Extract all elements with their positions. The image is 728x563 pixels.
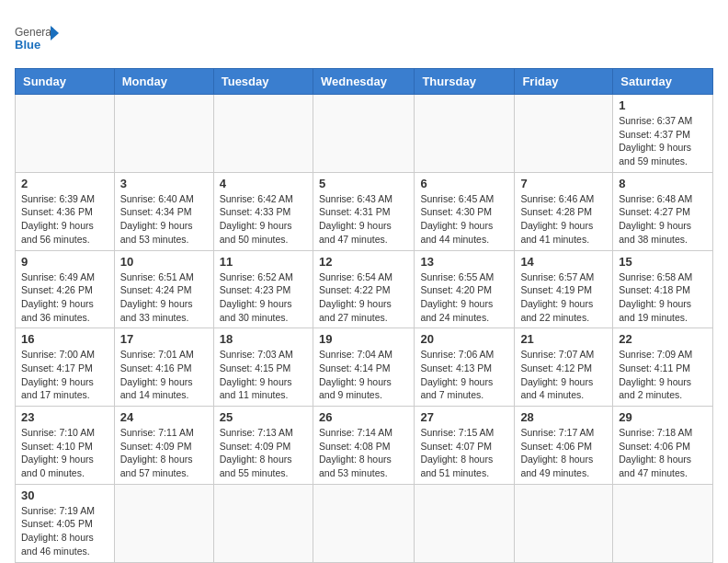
day-info: Sunrise: 7:00 AM Sunset: 4:17 PM Dayligh… (21, 348, 108, 402)
header: General Blue (15, 15, 713, 59)
calendar-day-cell: 19Sunrise: 7:04 AM Sunset: 4:14 PM Dayli… (313, 328, 414, 407)
day-number: 16 (21, 332, 108, 346)
calendar-day-cell (613, 484, 713, 562)
calendar-day-cell: 13Sunrise: 6:55 AM Sunset: 4:20 PM Dayli… (415, 250, 515, 328)
day-info: Sunrise: 7:09 AM Sunset: 4:11 PM Dayligh… (619, 348, 707, 402)
day-number: 12 (319, 255, 408, 269)
day-info: Sunrise: 7:11 AM Sunset: 4:09 PM Dayligh… (120, 426, 208, 480)
calendar-week-row: 30Sunrise: 7:19 AM Sunset: 4:05 PM Dayli… (16, 484, 713, 562)
day-number: 28 (520, 410, 607, 424)
day-info: Sunrise: 7:13 AM Sunset: 4:09 PM Dayligh… (220, 426, 307, 480)
day-number: 15 (619, 255, 707, 269)
day-number: 21 (520, 332, 607, 346)
calendar-week-row: 1Sunrise: 6:37 AM Sunset: 4:37 PM Daylig… (16, 95, 713, 173)
calendar-day-cell (415, 484, 515, 562)
day-number: 22 (619, 332, 707, 346)
day-info: Sunrise: 7:18 AM Sunset: 4:06 PM Dayligh… (619, 426, 707, 480)
day-info: Sunrise: 6:45 AM Sunset: 4:30 PM Dayligh… (420, 192, 508, 247)
svg-text:General: General (15, 26, 54, 39)
calendar-day-cell (313, 484, 414, 562)
weekday-header: Tuesday (213, 69, 313, 95)
day-number: 3 (120, 177, 208, 190)
calendar-day-cell: 1Sunrise: 6:37 AM Sunset: 4:37 PM Daylig… (613, 95, 713, 173)
day-number: 25 (220, 410, 307, 424)
weekday-header: Wednesday (313, 69, 414, 95)
day-number: 26 (319, 410, 408, 424)
day-info: Sunrise: 7:06 AM Sunset: 4:13 PM Dayligh… (420, 348, 508, 402)
day-info: Sunrise: 6:40 AM Sunset: 4:34 PM Dayligh… (120, 192, 208, 247)
calendar-day-cell (515, 95, 613, 173)
weekday-header: Thursday (415, 69, 515, 95)
day-number: 27 (420, 410, 508, 424)
calendar-day-cell: 28Sunrise: 7:17 AM Sunset: 4:06 PM Dayli… (515, 407, 613, 485)
day-info: Sunrise: 7:14 AM Sunset: 4:08 PM Dayligh… (319, 426, 408, 480)
day-info: Sunrise: 6:39 AM Sunset: 4:36 PM Dayligh… (21, 192, 108, 247)
calendar-day-cell: 21Sunrise: 7:07 AM Sunset: 4:12 PM Dayli… (515, 328, 613, 407)
weekday-header: Monday (114, 69, 213, 95)
day-info: Sunrise: 6:48 AM Sunset: 4:27 PM Dayligh… (619, 192, 707, 247)
calendar-day-cell: 12Sunrise: 6:54 AM Sunset: 4:22 PM Dayli… (313, 250, 414, 328)
day-info: Sunrise: 7:03 AM Sunset: 4:15 PM Dayligh… (220, 348, 307, 402)
day-number: 6 (420, 177, 508, 190)
calendar-day-cell: 25Sunrise: 7:13 AM Sunset: 4:09 PM Dayli… (213, 407, 313, 485)
day-number: 19 (319, 332, 408, 346)
weekday-header: Saturday (613, 69, 713, 95)
day-info: Sunrise: 6:52 AM Sunset: 4:23 PM Dayligh… (220, 270, 307, 325)
day-info: Sunrise: 6:57 AM Sunset: 4:19 PM Dayligh… (520, 270, 607, 325)
logo: General Blue (15, 22, 61, 59)
day-number: 29 (619, 410, 707, 424)
day-number: 5 (319, 177, 408, 190)
calendar-day-cell: 22Sunrise: 7:09 AM Sunset: 4:11 PM Dayli… (613, 328, 713, 407)
calendar-day-cell: 20Sunrise: 7:06 AM Sunset: 4:13 PM Dayli… (415, 328, 515, 407)
calendar-day-cell (515, 484, 613, 562)
calendar-day-cell: 26Sunrise: 7:14 AM Sunset: 4:08 PM Dayli… (313, 407, 414, 485)
day-info: Sunrise: 7:15 AM Sunset: 4:07 PM Dayligh… (420, 426, 508, 480)
calendar-day-cell: 27Sunrise: 7:15 AM Sunset: 4:07 PM Dayli… (415, 407, 515, 485)
day-info: Sunrise: 6:51 AM Sunset: 4:24 PM Dayligh… (120, 270, 208, 325)
day-info: Sunrise: 7:07 AM Sunset: 4:12 PM Dayligh… (520, 348, 607, 402)
calendar-header-row: SundayMondayTuesdayWednesdayThursdayFrid… (16, 69, 713, 95)
day-info: Sunrise: 7:04 AM Sunset: 4:14 PM Dayligh… (319, 348, 408, 402)
calendar: SundayMondayTuesdayWednesdayThursdayFrid… (15, 68, 713, 563)
day-info: Sunrise: 7:17 AM Sunset: 4:06 PM Dayligh… (520, 426, 607, 480)
day-info: Sunrise: 6:43 AM Sunset: 4:31 PM Dayligh… (319, 192, 408, 247)
calendar-day-cell: 2Sunrise: 6:39 AM Sunset: 4:36 PM Daylig… (16, 172, 115, 250)
weekday-header: Friday (515, 69, 613, 95)
day-number: 18 (220, 332, 307, 346)
day-number: 24 (120, 410, 208, 424)
calendar-day-cell (213, 484, 313, 562)
calendar-day-cell: 30Sunrise: 7:19 AM Sunset: 4:05 PM Dayli… (16, 484, 115, 562)
day-number: 9 (21, 255, 108, 269)
day-number: 1 (619, 98, 707, 112)
calendar-day-cell (16, 95, 115, 173)
day-info: Sunrise: 7:01 AM Sunset: 4:16 PM Dayligh… (120, 348, 208, 402)
day-info: Sunrise: 7:10 AM Sunset: 4:10 PM Dayligh… (21, 426, 108, 480)
calendar-day-cell: 24Sunrise: 7:11 AM Sunset: 4:09 PM Dayli… (114, 407, 213, 485)
calendar-day-cell: 7Sunrise: 6:46 AM Sunset: 4:28 PM Daylig… (515, 172, 613, 250)
calendar-day-cell: 5Sunrise: 6:43 AM Sunset: 4:31 PM Daylig… (313, 172, 414, 250)
calendar-day-cell: 23Sunrise: 7:10 AM Sunset: 4:10 PM Dayli… (16, 407, 115, 485)
calendar-day-cell: 17Sunrise: 7:01 AM Sunset: 4:16 PM Dayli… (114, 328, 213, 407)
calendar-day-cell (114, 95, 213, 173)
calendar-week-row: 9Sunrise: 6:49 AM Sunset: 4:26 PM Daylig… (16, 250, 713, 328)
calendar-day-cell: 11Sunrise: 6:52 AM Sunset: 4:23 PM Dayli… (213, 250, 313, 328)
calendar-day-cell (415, 95, 515, 173)
day-number: 11 (220, 255, 307, 269)
day-info: Sunrise: 6:42 AM Sunset: 4:33 PM Dayligh… (220, 192, 307, 247)
calendar-day-cell: 4Sunrise: 6:42 AM Sunset: 4:33 PM Daylig… (213, 172, 313, 250)
calendar-day-cell: 6Sunrise: 6:45 AM Sunset: 4:30 PM Daylig… (415, 172, 515, 250)
calendar-day-cell (313, 95, 414, 173)
day-info: Sunrise: 6:46 AM Sunset: 4:28 PM Dayligh… (520, 192, 607, 247)
day-info: Sunrise: 7:19 AM Sunset: 4:05 PM Dayligh… (21, 504, 108, 558)
weekday-header: Sunday (16, 69, 115, 95)
calendar-day-cell: 9Sunrise: 6:49 AM Sunset: 4:26 PM Daylig… (16, 250, 115, 328)
svg-text:Blue: Blue (15, 38, 40, 52)
day-info: Sunrise: 6:58 AM Sunset: 4:18 PM Dayligh… (619, 270, 707, 325)
day-info: Sunrise: 6:37 AM Sunset: 4:37 PM Dayligh… (619, 114, 707, 168)
day-number: 23 (21, 410, 108, 424)
calendar-day-cell: 29Sunrise: 7:18 AM Sunset: 4:06 PM Dayli… (613, 407, 713, 485)
calendar-day-cell: 18Sunrise: 7:03 AM Sunset: 4:15 PM Dayli… (213, 328, 313, 407)
calendar-day-cell (213, 95, 313, 173)
day-info: Sunrise: 6:54 AM Sunset: 4:22 PM Dayligh… (319, 270, 408, 325)
calendar-week-row: 23Sunrise: 7:10 AM Sunset: 4:10 PM Dayli… (16, 407, 713, 485)
